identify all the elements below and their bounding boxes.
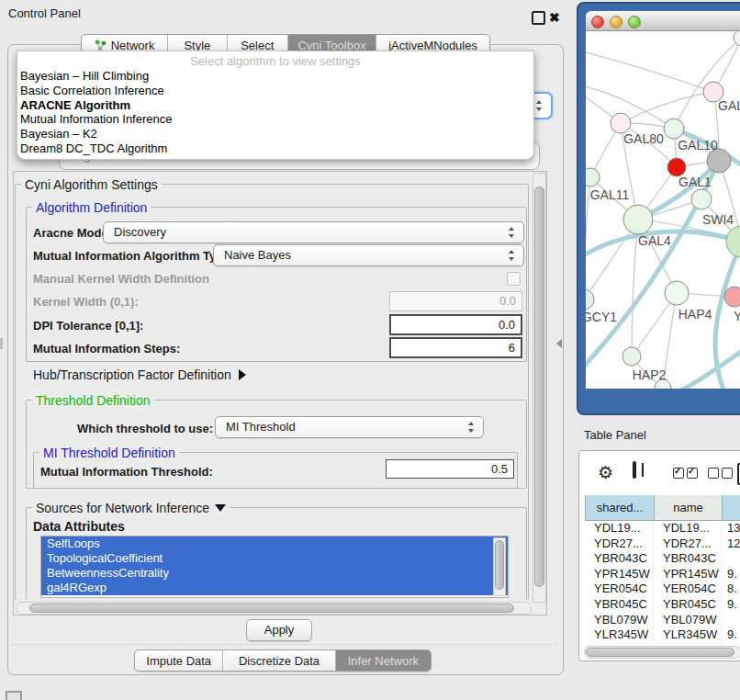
tab-impute-data[interactable]: Impute Data: [135, 650, 223, 671]
network-node[interactable]: [623, 205, 653, 234]
apply-button[interactable]: Apply: [246, 619, 312, 641]
cell-name[interactable]: YPR145W: [654, 567, 722, 582]
network-node[interactable]: [586, 289, 594, 310]
cell-value[interactable]: 9.: [722, 567, 740, 582]
scrollbar-thumb[interactable]: [495, 540, 504, 590]
network-edge[interactable]: [678, 344, 740, 389]
cell-value[interactable]: [722, 551, 740, 567]
settings-horizontal-scrollbar[interactable]: [16, 602, 532, 615]
column-header-shared-name[interactable]: shared...: [586, 495, 655, 520]
cell-value[interactable]: 12: [722, 536, 740, 552]
network-edge[interactable]: [621, 92, 713, 123]
network-node[interactable]: [622, 347, 641, 366]
attribute-item-selected[interactable]: BetweennessCentrality: [41, 566, 508, 581]
network-node[interactable]: [691, 189, 712, 209]
network-node[interactable]: [611, 113, 631, 133]
cell-value[interactable]: 8.: [722, 581, 740, 597]
minimize-window-icon[interactable]: [610, 16, 622, 28]
algorithm-option[interactable]: Basic Correlation Inference: [17, 84, 533, 98]
network-edge[interactable]: [586, 50, 713, 92]
column-header-partial[interactable]: [723, 495, 740, 520]
mi-steps-field[interactable]: 6: [389, 337, 522, 358]
network-canvas[interactable]: GALGAL80GAL10GAL1GAL11SWI4GAL4GCY1HAP4YH…: [586, 31, 740, 389]
table-row[interactable]: YDR27... YDR27... 12: [585, 536, 740, 552]
split-columns-icon[interactable]: [633, 461, 636, 479]
cell-shared-name[interactable]: YER054C: [585, 581, 654, 597]
network-edge[interactable]: [632, 220, 638, 356]
aracne-mode-combo[interactable]: Discovery: [103, 221, 524, 243]
cell-value[interactable]: [722, 613, 740, 628]
table-row[interactable]: YLR345W YLR345W 9.: [585, 627, 740, 643]
cell-name[interactable]: YDL19...: [654, 521, 722, 536]
float-panel-icon[interactable]: [532, 11, 545, 25]
cell-name[interactable]: YER054C: [654, 581, 722, 597]
which-threshold-combo[interactable]: MI Threshold: [215, 416, 484, 438]
cell-shared-name[interactable]: YDL19...: [585, 521, 654, 536]
tab-discretize-data[interactable]: Discretize Data: [223, 650, 335, 671]
cell-value[interactable]: 13: [722, 521, 740, 536]
tab-infer-network[interactable]: Infer Network: [336, 650, 431, 671]
scrollbar-thumb[interactable]: [586, 648, 734, 657]
panel-inner-divider: [11, 644, 558, 645]
table-row[interactable]: YBR045C YBR045C 9.: [585, 597, 740, 613]
dpi-tolerance-field[interactable]: 0.0: [389, 314, 522, 335]
split-pane-collapse-arrow[interactable]: [556, 339, 562, 348]
kernel-width-field[interactable]: 0.0: [389, 291, 522, 311]
cell-name[interactable]: YDR27...: [654, 536, 722, 552]
algorithm-option[interactable]: Bayesian – Hill Climbing: [17, 69, 533, 84]
cell-shared-name[interactable]: YBR043C: [585, 551, 654, 567]
cell-name[interactable]: YLR345W: [654, 627, 722, 643]
zoom-window-icon[interactable]: [628, 16, 641, 28]
collapsed-arrow-icon[interactable]: [239, 369, 246, 380]
attribute-item-selected[interactable]: SelfLoops: [41, 536, 508, 551]
network-edge[interactable]: [674, 38, 740, 129]
gear-icon[interactable]: ⚙: [598, 464, 613, 481]
network-node[interactable]: [665, 281, 689, 305]
manual-kernel-checkbox[interactable]: [507, 272, 521, 286]
close-window-icon[interactable]: [591, 16, 604, 28]
scrollbar-thumb[interactable]: [534, 186, 544, 587]
split-pane-handle[interactable]: [0, 338, 3, 349]
select-all-icon[interactable]: [673, 468, 701, 481]
cell-name[interactable]: YBR043C: [654, 551, 722, 567]
cell-shared-name[interactable]: YLR345W: [585, 627, 654, 643]
cell-shared-name[interactable]: YDR27...: [585, 536, 654, 552]
cell-shared-name[interactable]: YBR045C: [585, 597, 654, 613]
network-node[interactable]: [726, 226, 740, 257]
deselect-all-icon[interactable]: [708, 468, 735, 481]
algorithm-option[interactable]: Bayesian – K2: [17, 127, 533, 141]
algorithm-option-selected[interactable]: ARACNE Algorithm: [17, 98, 533, 113]
attribute-item-selected[interactable]: gal4RGexp: [41, 581, 508, 595]
table-row[interactable]: YBR043C YBR043C: [585, 551, 740, 567]
algorithm-option[interactable]: Mutual Information Inference: [17, 112, 533, 127]
table-row[interactable]: YPR145W YPR145W 9.: [585, 567, 740, 582]
cell-shared-name[interactable]: YBL079W: [585, 613, 654, 628]
table-row[interactable]: YER054C YER054C 8.: [585, 581, 740, 597]
table-horizontal-scrollbar[interactable]: [584, 646, 740, 659]
mi-threshold-field[interactable]: 0.5: [386, 459, 514, 479]
network-node[interactable]: [586, 168, 600, 186]
algorithm-option[interactable]: Dream8 DC_TDC Algorithm: [17, 141, 533, 156]
sources-group-title[interactable]: Sources for Network Inference: [32, 501, 230, 515]
scrollbar-thumb[interactable]: [29, 604, 514, 613]
table-row[interactable]: YBL079W YBL079W: [585, 613, 740, 628]
mi-type-combo[interactable]: Naive Bayes: [213, 244, 524, 266]
close-panel-icon[interactable]: ✖: [549, 11, 560, 24]
network-node[interactable]: [724, 287, 740, 307]
expanded-arrow-icon[interactable]: [215, 504, 226, 512]
column-header-name[interactable]: name: [655, 495, 723, 520]
cell-shared-name[interactable]: YPR145W: [585, 567, 654, 582]
attributes-scrollbar[interactable]: [493, 537, 506, 596]
cell-value[interactable]: 9.: [722, 597, 740, 613]
collapsed-panel-icon[interactable]: [6, 691, 22, 700]
table-row[interactable]: YDL19... YDL19... 13: [585, 521, 740, 536]
attribute-item-selected[interactable]: TopologicalCoefficient: [41, 551, 508, 566]
network-node[interactable]: [667, 158, 686, 176]
cell-name[interactable]: YBL079W: [654, 613, 722, 628]
network-window-titlebar[interactable]: [586, 11, 740, 31]
cell-value[interactable]: 9.: [722, 627, 740, 643]
network-node[interactable]: [664, 119, 684, 139]
settings-vertical-scrollbar[interactable]: [533, 173, 546, 603]
cell-name[interactable]: YBR045C: [654, 597, 722, 613]
hub-definition-expander[interactable]: Hub/Transcription Factor Definition: [33, 367, 246, 382]
